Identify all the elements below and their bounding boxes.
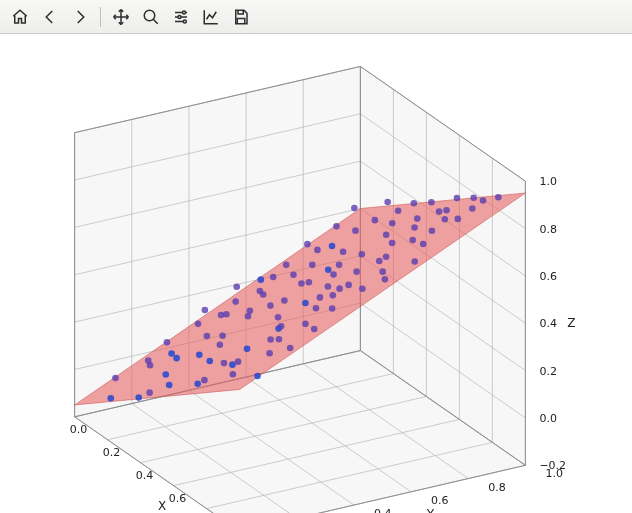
svg-point-144 bbox=[194, 381, 201, 388]
svg-point-97 bbox=[436, 208, 443, 215]
svg-text:0.4: 0.4 bbox=[374, 507, 392, 513]
svg-point-106 bbox=[317, 294, 324, 301]
svg-point-107 bbox=[333, 223, 340, 230]
svg-point-95 bbox=[469, 205, 476, 212]
svg-point-113 bbox=[206, 358, 213, 365]
svg-point-68 bbox=[442, 216, 449, 223]
svg-point-57 bbox=[372, 217, 379, 224]
svg-text:1.0: 1.0 bbox=[539, 175, 557, 188]
svg-point-143 bbox=[218, 312, 225, 319]
svg-point-120 bbox=[340, 248, 347, 255]
svg-point-127 bbox=[353, 268, 360, 275]
home-icon bbox=[11, 8, 29, 26]
svg-text:0.6: 0.6 bbox=[431, 494, 449, 507]
svg-point-126 bbox=[164, 339, 171, 346]
svg-text:Y: Y bbox=[426, 507, 435, 513]
svg-point-119 bbox=[495, 194, 502, 201]
arrow-right-icon bbox=[71, 8, 89, 26]
svg-point-141 bbox=[383, 253, 390, 260]
toolbar-home-button[interactable] bbox=[6, 4, 34, 30]
toolbar-pan-button[interactable] bbox=[107, 4, 135, 30]
svg-point-91 bbox=[383, 231, 390, 238]
svg-point-59 bbox=[345, 282, 352, 289]
toolbar-zoom-button[interactable] bbox=[137, 4, 165, 30]
chart-line-icon bbox=[202, 8, 220, 26]
svg-point-75 bbox=[135, 394, 142, 401]
svg-point-82 bbox=[281, 297, 288, 304]
toolbar-separator bbox=[100, 7, 101, 27]
svg-point-63 bbox=[302, 300, 309, 307]
svg-point-64 bbox=[266, 350, 273, 357]
svg-point-140 bbox=[173, 355, 180, 362]
svg-point-149 bbox=[287, 345, 294, 352]
svg-point-86 bbox=[204, 333, 211, 340]
svg-point-100 bbox=[384, 199, 391, 206]
save-icon bbox=[232, 8, 250, 26]
svg-point-111 bbox=[107, 395, 114, 402]
toolbar-forward-button[interactable] bbox=[66, 4, 94, 30]
svg-point-116 bbox=[162, 371, 169, 378]
svg-text:0.4: 0.4 bbox=[539, 317, 557, 330]
svg-point-110 bbox=[325, 283, 332, 290]
svg-point-65 bbox=[325, 267, 332, 274]
plot-canvas[interactable]: 0.00.20.40.60.81.00.00.20.40.60.81.0−0.2… bbox=[0, 34, 632, 513]
svg-point-85 bbox=[470, 194, 477, 201]
svg-point-84 bbox=[283, 262, 290, 269]
svg-point-142 bbox=[389, 220, 396, 227]
svg-point-115 bbox=[313, 305, 320, 312]
svg-point-0 bbox=[144, 10, 155, 21]
svg-point-72 bbox=[358, 251, 365, 258]
svg-point-88 bbox=[298, 280, 305, 287]
svg-point-118 bbox=[202, 307, 209, 314]
sliders-icon bbox=[172, 8, 190, 26]
svg-point-152 bbox=[330, 271, 337, 278]
svg-point-145 bbox=[480, 197, 487, 204]
svg-text:0.8: 0.8 bbox=[488, 481, 506, 494]
svg-point-134 bbox=[306, 279, 313, 286]
svg-point-139 bbox=[230, 371, 237, 378]
svg-point-133 bbox=[145, 357, 152, 364]
svg-point-124 bbox=[454, 216, 461, 223]
svg-point-132 bbox=[235, 358, 242, 365]
toolbar-save-button[interactable] bbox=[227, 4, 255, 30]
svg-point-130 bbox=[314, 247, 321, 254]
svg-point-112 bbox=[420, 241, 427, 248]
svg-point-146 bbox=[309, 262, 316, 269]
svg-point-103 bbox=[245, 313, 252, 320]
svg-point-154 bbox=[429, 227, 436, 234]
svg-point-153 bbox=[217, 341, 224, 348]
svg-text:0.4: 0.4 bbox=[136, 469, 154, 482]
svg-point-136 bbox=[219, 332, 226, 339]
svg-point-93 bbox=[232, 298, 239, 305]
toolbar-edit-button[interactable] bbox=[197, 4, 225, 30]
svg-point-3 bbox=[183, 20, 186, 23]
matplotlib-toolbar bbox=[0, 0, 632, 34]
svg-point-109 bbox=[395, 207, 402, 214]
svg-point-89 bbox=[359, 285, 366, 292]
svg-point-131 bbox=[414, 215, 421, 222]
svg-point-128 bbox=[260, 291, 267, 298]
svg-point-78 bbox=[428, 199, 435, 206]
svg-point-69 bbox=[166, 382, 173, 389]
svg-text:X: X bbox=[158, 499, 166, 513]
svg-point-60 bbox=[221, 360, 228, 367]
svg-text:0.2: 0.2 bbox=[539, 365, 557, 378]
svg-point-151 bbox=[278, 323, 285, 330]
svg-text:0.2: 0.2 bbox=[103, 446, 121, 459]
svg-point-137 bbox=[454, 195, 461, 202]
svg-point-87 bbox=[201, 377, 208, 384]
svg-point-114 bbox=[352, 227, 359, 234]
svg-point-102 bbox=[409, 237, 416, 244]
svg-point-121 bbox=[267, 336, 274, 343]
svg-point-98 bbox=[112, 375, 119, 382]
arrow-left-icon bbox=[41, 8, 59, 26]
svg-point-99 bbox=[379, 268, 386, 275]
svg-point-92 bbox=[302, 321, 309, 328]
svg-point-129 bbox=[329, 305, 336, 312]
svg-point-79 bbox=[311, 326, 318, 333]
svg-text:0.6: 0.6 bbox=[169, 492, 187, 505]
toolbar-configure-button[interactable] bbox=[167, 4, 195, 30]
svg-point-148 bbox=[233, 283, 240, 290]
toolbar-back-button[interactable] bbox=[36, 4, 64, 30]
svg-point-108 bbox=[276, 336, 283, 343]
